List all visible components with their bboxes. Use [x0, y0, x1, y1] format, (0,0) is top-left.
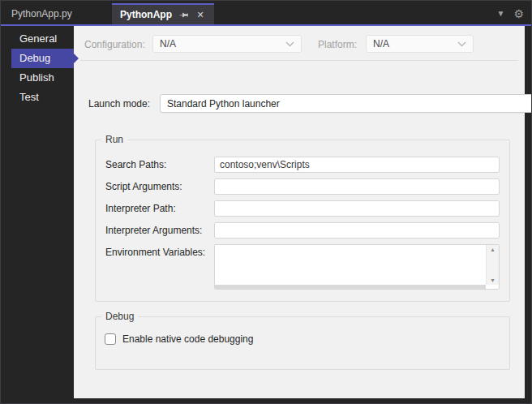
search-paths-row: Search Paths:	[105, 157, 500, 173]
search-paths-input[interactable]	[214, 157, 500, 173]
horizontal-scrollbar[interactable]	[215, 285, 486, 289]
vertical-scrollbar[interactable]: ▲ ▼	[486, 245, 499, 285]
native-debugging-label[interactable]: Enable native code debugging	[122, 333, 253, 345]
configuration-select[interactable]: N/A	[152, 35, 302, 53]
debug-settings-panel: Configuration: N/A Platform: N/A Launch …	[74, 26, 525, 398]
chevron-down-icon[interactable]: ▼	[497, 10, 505, 18]
interpreter-arguments-label: Interpreter Arguments:	[105, 225, 214, 236]
chevron-down-icon	[457, 41, 466, 47]
interpreter-arguments-row: Interpreter Arguments:	[105, 222, 500, 239]
tab-bar-controls: ▼ ⚙	[497, 3, 531, 24]
platform-label: Platform:	[318, 39, 357, 50]
tab-label: PythonApp	[120, 9, 172, 20]
interpreter-arguments-input[interactable]	[214, 222, 500, 239]
tab-label: PythonApp.py	[11, 8, 72, 19]
interpreter-path-input[interactable]	[214, 200, 500, 217]
sidebar-item-test[interactable]: Test	[11, 88, 74, 107]
environment-variables-textarea[interactable]	[215, 245, 486, 285]
native-debugging-row: Enable native code debugging	[105, 333, 500, 345]
configuration-label: Configuration:	[84, 39, 145, 50]
main-area: General Debug Publish Test Configuration…	[1, 26, 531, 404]
launch-mode-label: Launch mode:	[88, 98, 150, 110]
search-paths-label: Search Paths:	[105, 159, 214, 170]
sidebar-item-general[interactable]: General	[11, 29, 74, 49]
scroll-up-icon[interactable]: ▲	[490, 247, 496, 252]
debug-group: Debug Enable native code debugging	[95, 316, 510, 370]
interpreter-path-row: Interpreter Path:	[105, 200, 500, 217]
sidebar-item-publish[interactable]: Publish	[11, 68, 74, 88]
native-debugging-checkbox[interactable]	[105, 333, 116, 345]
properties-sidebar: General Debug Publish Test	[7, 26, 74, 398]
run-group: Run Search Paths: Script Arguments: Inte…	[95, 140, 510, 302]
platform-value: N/A	[373, 38, 389, 49]
launch-mode-value: Standard Python launcher	[167, 98, 280, 110]
script-arguments-input[interactable]	[214, 178, 500, 195]
launch-mode-select[interactable]: Standard Python launcher	[160, 94, 532, 113]
chevron-down-icon	[285, 41, 294, 47]
environment-variables-label: Environment Variables:	[105, 244, 214, 258]
sidebar-item-debug[interactable]: Debug	[11, 49, 74, 68]
document-tab-bar: PythonApp.py PythonApp ✕ ▼ ⚙	[1, 1, 531, 24]
tab-pythonapp-properties[interactable]: PythonApp ✕	[112, 3, 214, 24]
script-arguments-label: Script Arguments:	[105, 181, 214, 192]
close-icon[interactable]: ✕	[195, 9, 206, 20]
interpreter-path-label: Interpreter Path:	[105, 203, 214, 214]
run-group-title: Run	[101, 134, 127, 145]
environment-variables-field: ▲ ▼	[214, 244, 500, 290]
properties-window: PythonApp.py PythonApp ✕ ▼ ⚙ General	[0, 0, 532, 404]
environment-variables-row: Environment Variables: ▲ ▼	[105, 244, 500, 290]
debug-group-title: Debug	[101, 311, 138, 322]
gear-icon[interactable]: ⚙	[513, 8, 524, 19]
script-arguments-row: Script Arguments:	[105, 178, 500, 195]
section-divider	[80, 60, 518, 61]
tab-pythonapp-py[interactable]: PythonApp.py	[1, 3, 112, 24]
configuration-value: N/A	[160, 38, 176, 49]
platform-select[interactable]: N/A	[366, 35, 474, 53]
scroll-down-icon[interactable]: ▼	[490, 277, 496, 283]
pin-icon[interactable]	[178, 9, 189, 20]
